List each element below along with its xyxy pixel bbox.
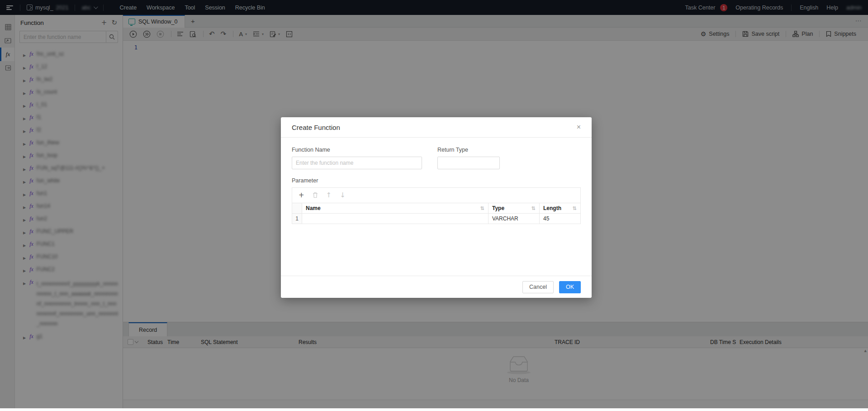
page-bottom-strip bbox=[0, 408, 868, 411]
screen: mysql_2021 abc Create Workspace Tool Ses… bbox=[0, 0, 868, 411]
create-function-dialog: Create Function × Function Name Return T… bbox=[281, 117, 592, 298]
function-name-input[interactable] bbox=[292, 157, 422, 169]
index-header bbox=[292, 203, 302, 213]
add-parameter-button[interactable]: + bbox=[299, 192, 304, 199]
move-up-button: ↑ bbox=[326, 192, 332, 199]
param-length-cell[interactable]: 45 bbox=[540, 214, 580, 224]
app-window: mysql_2021 abc Create Workspace Tool Ses… bbox=[0, 0, 868, 408]
move-down-button: ↓ bbox=[340, 192, 346, 199]
param-type-cell[interactable]: VARCHAR bbox=[489, 214, 540, 224]
parameter-table-header: Name⇅ Type⇅ Length⇅ bbox=[292, 203, 580, 214]
function-name-label: Function Name bbox=[292, 147, 422, 153]
parameter-label: Parameter bbox=[292, 177, 581, 184]
return-type-label: Return Type bbox=[437, 147, 500, 153]
param-length-header[interactable]: Length⇅ bbox=[540, 203, 580, 213]
close-icon[interactable]: × bbox=[577, 124, 581, 131]
parameter-table: Name⇅ Type⇅ Length⇅ 1 VARCHAR 45 bbox=[292, 203, 581, 224]
cancel-button[interactable]: Cancel bbox=[522, 281, 554, 293]
return-type-input[interactable] bbox=[437, 157, 500, 169]
sort-icon[interactable]: ⇅ bbox=[480, 206, 484, 211]
param-type-header[interactable]: Type⇅ bbox=[489, 203, 540, 213]
dialog-title: Create Function bbox=[292, 124, 340, 131]
sort-icon[interactable]: ⇅ bbox=[531, 206, 536, 211]
sort-icon[interactable]: ⇅ bbox=[573, 206, 577, 211]
delete-parameter-button bbox=[313, 192, 318, 199]
parameter-toolbar: + ↑ ↓ bbox=[292, 187, 581, 203]
parameter-row: 1 VARCHAR 45 bbox=[292, 214, 580, 224]
row-index: 1 bbox=[292, 214, 302, 224]
ok-button[interactable]: OK bbox=[559, 281, 581, 293]
param-name-header[interactable]: Name⇅ bbox=[302, 203, 489, 213]
param-name-cell[interactable] bbox=[302, 214, 489, 224]
trash-icon bbox=[313, 192, 318, 198]
